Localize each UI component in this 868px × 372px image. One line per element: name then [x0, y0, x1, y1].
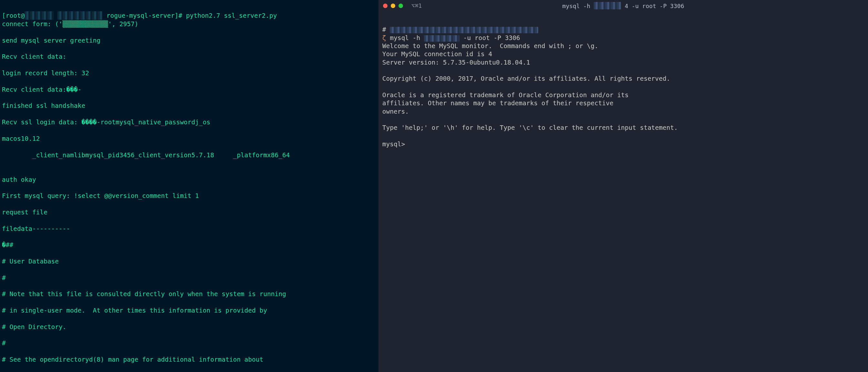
maximize-button[interactable]: [399, 4, 403, 8]
output-line: # User Database: [2, 257, 377, 265]
redacted-path: xxxxxxxxxx: [57, 11, 103, 19]
terminal-left[interactable]: [root@xxxxxx xxxxxxxxxx rogue-mysql-serv…: [0, 0, 378, 372]
title-suffix: 4 -u root -P 3306: [625, 3, 684, 9]
output-line: # See the opendirectoryd(8) man page for…: [2, 355, 377, 364]
redacted-title-host: xxxx: [594, 2, 621, 9]
window-controls: [383, 4, 403, 8]
close-button[interactable]: [383, 4, 388, 8]
terminal-right: ⌥⌘1 mysql -h xxxx 4 -u root -P 3306 # xx…: [378, 0, 868, 372]
output-line: login record length: 32: [2, 69, 377, 77]
output-line: #: [2, 274, 377, 282]
redacted-host: xxxxxx: [25, 11, 54, 19]
output-line: �##: [2, 241, 377, 249]
output-line: First mysql query: !select @@version_com…: [2, 192, 377, 200]
prompt-symbol: ζ: [382, 34, 390, 42]
window-titlebar: ⌥⌘1 mysql -h xxxx 4 -u root -P 3306: [378, 0, 868, 11]
output-line: # Note that this file is consulted direc…: [2, 290, 377, 298]
output-line: # Open Directory.: [2, 323, 377, 331]
title-prefix: mysql -h: [562, 3, 594, 9]
shell-user: root@: [6, 12, 25, 20]
output-line: Recv client data:���-: [2, 86, 377, 94]
shell-prompt-open: [: [2, 12, 6, 20]
minimize-button[interactable]: [391, 4, 395, 8]
redacted-path: xxxxxxxxxxxxxxxxxxxxxxxxxxxxxxxxxxx: [390, 27, 538, 33]
output-line: auth okay: [2, 176, 377, 184]
mysql-cmd-suffix: -u root -P 3306: [460, 34, 520, 42]
output-line: send mysql server greeting: [2, 36, 377, 45]
output-line: macos10.12: [2, 135, 377, 143]
shell-command: python2.7 ssl_server2.py: [186, 12, 277, 20]
output-line: # in single-user mode. At other times th…: [2, 307, 377, 315]
terminal-right-body[interactable]: # xxxxxxxxxxxxxxxxxxxxxxxxxxxxxxxxxxx ζ …: [378, 11, 868, 372]
tab-hotkey-label[interactable]: ⌥⌘1: [411, 2, 422, 9]
window-title: mysql -h xxxx 4 -u root -P 3306: [378, 2, 868, 10]
shell-dir: rogue-mysql-server]#: [106, 12, 186, 20]
output-line: Recv client data:: [2, 53, 377, 61]
output-line: _client_namlibmysql_pid3456_client_versi…: [2, 151, 377, 159]
redacted-cmd-host: xxxxxxx: [424, 35, 460, 42]
output-line: #: [2, 339, 377, 347]
output-line: Recv ssl login data: ����-rootmysql_nati…: [2, 118, 377, 126]
mysql-cmd-prefix: mysql -h: [390, 34, 424, 42]
output-line: connect form: ('▒▒▒▒▒▒▒▒▒▒▒▒', 2957): [2, 20, 377, 28]
mysql-output: Welcome to the MySQL monitor. Commands e…: [382, 42, 678, 148]
output-line: finished ssl handshake: [2, 102, 377, 110]
output-line: filedata----------: [2, 225, 377, 233]
output-line: request file: [2, 208, 377, 217]
path-hash: #: [382, 26, 390, 33]
